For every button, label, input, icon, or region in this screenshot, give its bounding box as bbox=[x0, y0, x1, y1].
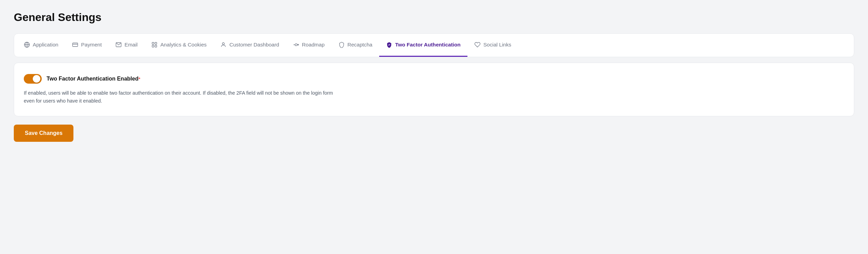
tab-customer-dashboard[interactable]: Customer Dashboard bbox=[213, 34, 286, 57]
tab-payment[interactable]: Payment bbox=[65, 34, 109, 57]
tab-social-links-label: Social Links bbox=[483, 41, 511, 48]
tab-analytics-label: Analytics & Cookies bbox=[160, 41, 206, 48]
tab-email-label: Email bbox=[124, 41, 138, 48]
save-changes-button[interactable]: Save Changes bbox=[14, 125, 73, 142]
tab-social-links[interactable]: Social Links bbox=[467, 34, 518, 57]
tab-payment-label: Payment bbox=[81, 41, 102, 48]
shield-icon bbox=[339, 42, 345, 48]
svg-rect-7 bbox=[155, 42, 157, 44]
svg-rect-6 bbox=[152, 42, 154, 44]
tab-roadmap[interactable]: Roadmap bbox=[286, 34, 332, 57]
tab-email[interactable]: Email bbox=[109, 34, 144, 57]
credit-card-icon bbox=[72, 42, 78, 48]
tab-application[interactable]: Application bbox=[17, 34, 65, 57]
svg-rect-3 bbox=[73, 43, 78, 47]
content-card: Two Factor Authentication Enabled* If en… bbox=[14, 63, 854, 116]
description-text: If enabled, users will be able to enable… bbox=[24, 89, 334, 105]
toggle-label-text: Two Factor Authentication Enabled bbox=[47, 76, 139, 82]
svg-rect-8 bbox=[152, 45, 154, 47]
tabs-card: Application Payment Email bbox=[14, 33, 854, 57]
tab-customer-dashboard-label: Customer Dashboard bbox=[229, 41, 279, 48]
svg-point-10 bbox=[222, 43, 224, 45]
tab-recaptcha-label: Recaptcha bbox=[347, 41, 373, 48]
tab-analytics[interactable]: Analytics & Cookies bbox=[144, 34, 213, 57]
toggle-row: Two Factor Authentication Enabled* bbox=[24, 74, 844, 84]
roadmap-icon bbox=[293, 42, 299, 48]
tab-two-factor[interactable]: Two Factor Authentication bbox=[379, 34, 467, 57]
svg-point-11 bbox=[295, 44, 297, 46]
svg-rect-9 bbox=[155, 45, 157, 47]
globe-icon bbox=[24, 42, 30, 48]
toggle-slider bbox=[24, 74, 42, 84]
toggle-label: Two Factor Authentication Enabled* bbox=[47, 76, 140, 82]
tab-recaptcha[interactable]: Recaptcha bbox=[332, 34, 380, 57]
required-star: * bbox=[139, 76, 140, 82]
user-icon bbox=[220, 42, 226, 48]
tab-two-factor-label: Two Factor Authentication bbox=[395, 41, 461, 48]
two-factor-toggle[interactable] bbox=[24, 74, 42, 84]
mail-icon bbox=[115, 42, 122, 48]
tab-roadmap-label: Roadmap bbox=[302, 41, 325, 48]
heart-icon bbox=[474, 42, 481, 48]
page-title: General Settings bbox=[14, 11, 854, 24]
grid-icon bbox=[151, 42, 158, 48]
tab-application-label: Application bbox=[33, 41, 58, 48]
tabs-list: Application Payment Email bbox=[17, 34, 851, 57]
shield-check-icon bbox=[386, 42, 392, 48]
